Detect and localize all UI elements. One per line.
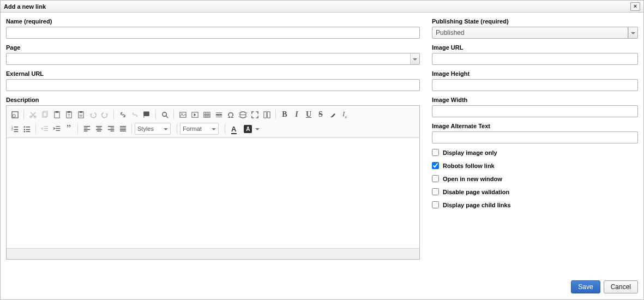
publishing-state-select[interactable]: Published — [432, 27, 628, 39]
underline-button[interactable]: U — [303, 109, 315, 121]
image-url-label: Image URL — [432, 44, 638, 51]
right-column: Publishing State (required) Published Im… — [432, 18, 638, 279]
align-right-icon[interactable] — [105, 123, 117, 135]
remove-format-icon[interactable]: Ix — [339, 109, 351, 121]
disable-validation-checkbox[interactable] — [432, 188, 439, 195]
show-blocks-icon[interactable] — [261, 109, 273, 121]
disable-validation-label: Disable page validation — [443, 189, 509, 195]
indent-icon[interactable] — [51, 123, 63, 135]
unlink-icon[interactable] — [129, 109, 141, 121]
redo-icon[interactable] — [99, 109, 111, 121]
copy-icon[interactable] — [39, 109, 51, 121]
field-image-height: Image Height — [432, 70, 638, 91]
table-icon[interactable] — [201, 109, 213, 121]
editor-toolbar: T W — [7, 106, 419, 138]
maximize-icon[interactable] — [249, 109, 261, 121]
undo-icon[interactable] — [87, 109, 99, 121]
field-image-alt: Image Alternate Text — [432, 123, 638, 143]
dialog-title: Add a new link — [4, 3, 630, 10]
close-button[interactable]: × — [630, 2, 640, 11]
image-url-input[interactable] — [432, 53, 638, 65]
align-justify-icon[interactable] — [117, 123, 129, 135]
align-center-icon[interactable] — [93, 123, 105, 135]
checkbox-display-image-only: Display image only — [432, 149, 638, 156]
svg-text:2: 2 — [11, 128, 13, 131]
styles-dropdown[interactable]: Styles — [135, 123, 171, 135]
image-width-input[interactable] — [432, 105, 638, 117]
image-height-input[interactable] — [432, 79, 638, 91]
editor-content-area[interactable] — [7, 138, 419, 248]
flash-icon[interactable] — [189, 109, 201, 121]
text-color-button[interactable]: A — [228, 123, 240, 135]
svg-point-14 — [162, 112, 166, 116]
field-description: Description T W — [6, 97, 420, 260]
robots-follow-checkbox[interactable] — [432, 162, 439, 169]
field-publishing-state: Publishing State (required) Published — [432, 18, 638, 39]
image-width-label: Image Width — [432, 97, 638, 103]
name-input[interactable] — [6, 27, 420, 39]
new-window-label: Open in new window — [443, 176, 502, 182]
format-dropdown[interactable]: Format — [180, 123, 219, 135]
svg-rect-12 — [79, 111, 82, 112]
checkbox-child-links: Display page child links — [432, 201, 638, 208]
display-image-only-label: Display image only — [443, 149, 497, 156]
cancel-button[interactable]: Cancel — [604, 280, 638, 293]
svg-rect-21 — [267, 111, 270, 117]
publishing-state-label: Publishing State (required) — [432, 18, 638, 25]
field-external-url: External URL — [6, 70, 420, 91]
new-window-checkbox[interactable] — [432, 175, 439, 182]
chevron-down-icon — [212, 125, 216, 132]
publishing-state-dropdown-button[interactable] — [628, 27, 638, 39]
checkbox-robots-follow: Robots follow link — [432, 162, 638, 169]
titlebar: Add a new link × — [1, 1, 643, 13]
bullet-list-icon[interactable] — [21, 123, 33, 135]
hr-icon[interactable] — [213, 109, 225, 121]
strike-button[interactable]: S — [315, 109, 327, 121]
source-icon[interactable] — [9, 109, 21, 121]
outdent-icon[interactable] — [39, 123, 51, 135]
svg-text:W: W — [79, 114, 82, 117]
child-links-label: Display page child links — [443, 202, 511, 208]
svg-text:T: T — [68, 113, 70, 117]
bg-color-button[interactable]: A — [242, 123, 254, 135]
paste-text-icon[interactable]: T — [63, 109, 75, 121]
paste-icon[interactable] — [51, 109, 63, 121]
image-icon[interactable] — [177, 109, 189, 121]
link-icon[interactable] — [117, 109, 129, 121]
child-links-checkbox[interactable] — [432, 201, 439, 208]
highlight-icon[interactable] — [327, 109, 339, 121]
robots-follow-label: Robots follow link — [443, 163, 495, 169]
blockquote-icon[interactable]: ” — [63, 123, 75, 135]
align-left-icon[interactable] — [81, 123, 93, 135]
editor-status-bar — [7, 248, 419, 259]
chevron-down-icon — [164, 125, 168, 132]
field-image-url: Image URL — [432, 44, 638, 65]
name-label: Name (required) — [6, 18, 420, 25]
svg-rect-7 — [55, 111, 58, 112]
image-alt-input[interactable] — [432, 131, 638, 143]
page-dropdown-button[interactable] — [410, 53, 420, 65]
rich-text-editor: T W — [6, 105, 420, 260]
svg-rect-15 — [179, 112, 185, 117]
external-url-input[interactable] — [6, 79, 420, 91]
checkbox-disable-validation: Disable page validation — [432, 188, 638, 195]
numbered-list-icon[interactable]: 12 — [9, 123, 21, 135]
iframe-icon[interactable] — [237, 109, 249, 121]
image-height-label: Image Height — [432, 70, 638, 77]
page-input[interactable] — [6, 53, 410, 65]
checkbox-new-window: Open in new window — [432, 175, 638, 182]
italic-button[interactable]: I — [291, 109, 303, 121]
display-image-only-checkbox[interactable] — [432, 149, 439, 156]
find-icon[interactable] — [159, 109, 171, 121]
cut-icon[interactable] — [27, 109, 39, 121]
save-button[interactable]: Save — [571, 280, 600, 293]
anchor-icon[interactable] — [141, 109, 153, 121]
svg-rect-9 — [67, 111, 70, 112]
dialog-body: Name (required) Page External URL Descri… — [1, 13, 643, 279]
paste-word-icon[interactable]: W — [75, 109, 87, 121]
special-char-icon[interactable]: Ω — [225, 109, 237, 121]
page-label: Page — [6, 44, 420, 51]
bold-button[interactable]: B — [279, 109, 291, 121]
svg-rect-18 — [203, 112, 209, 117]
svg-point-24 — [23, 126, 25, 127]
